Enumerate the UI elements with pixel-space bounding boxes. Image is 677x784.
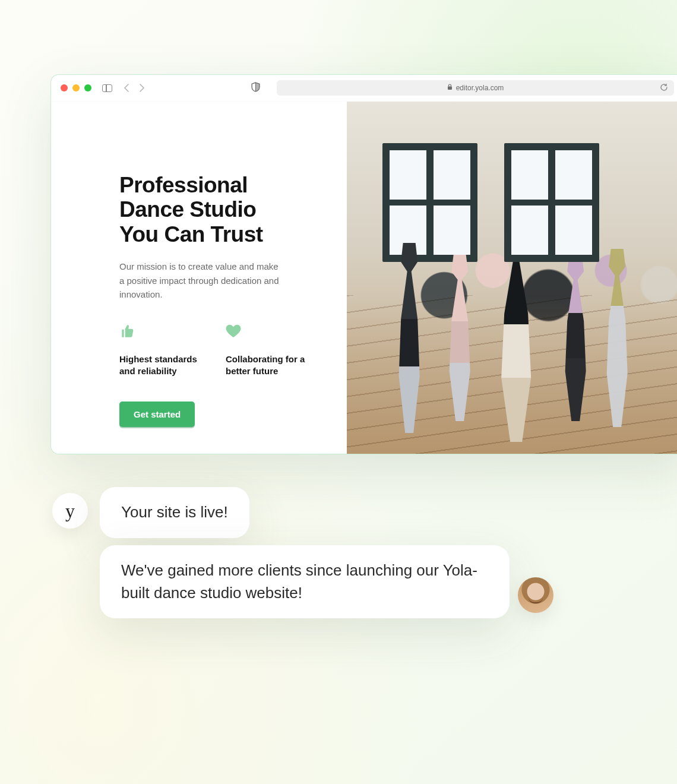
hero-title: Professional Dance Studio You Can Trust (119, 173, 318, 246)
lock-icon (447, 84, 453, 92)
browser-chrome: editor.yola.com (51, 75, 677, 102)
heart-icon (226, 324, 306, 340)
feature-1-text: Highest standards and reliability (119, 353, 200, 378)
feature-2: Collaborating for a better future (226, 324, 306, 378)
url-text: editor.yola.com (456, 84, 504, 92)
maximize-icon[interactable] (84, 84, 91, 91)
chat-bubble-1: Your site is live! (100, 487, 249, 538)
hero-left: Professional Dance Studio You Can Trust … (51, 102, 347, 454)
url-bar[interactable]: editor.yola.com (277, 80, 674, 96)
dancer-figure (439, 255, 480, 421)
page-content: Professional Dance Studio You Can Trust … (51, 102, 677, 454)
dancer-figure (388, 243, 430, 433)
forward-icon[interactable] (138, 84, 145, 92)
shield-icon[interactable] (251, 82, 260, 94)
dancer-figure (486, 228, 546, 442)
sidebar-toggle-icon[interactable] (102, 84, 112, 92)
feature-2-text: Collaborating for a better future (226, 353, 306, 378)
back-icon[interactable] (123, 84, 130, 92)
minimize-icon[interactable] (72, 84, 80, 91)
refresh-icon[interactable] (660, 83, 668, 93)
chat-msg-2: We've gained more clients since launchin… (121, 561, 477, 602)
dancer-figure (555, 255, 596, 421)
get-started-button[interactable]: Get started (119, 402, 195, 427)
chat-msg-1: Your site is live! (121, 503, 228, 521)
svg-rect-0 (448, 87, 452, 90)
thumbs-up-icon (119, 324, 200, 340)
dancer-figure (596, 249, 638, 427)
feature-1: Highest standards and reliability (119, 324, 200, 378)
browser-window: editor.yola.com Professional Dance Studi… (50, 74, 677, 454)
traffic-lights (61, 84, 91, 91)
chat-bubble-2: We've gained more clients since launchin… (100, 545, 510, 618)
hero-image (347, 102, 677, 454)
close-icon[interactable] (61, 84, 68, 91)
brand-avatar: y (52, 493, 88, 529)
hero-mission: Our mission is to create value and make … (119, 260, 280, 301)
user-avatar (518, 577, 553, 613)
brand-glyph: y (65, 500, 75, 522)
